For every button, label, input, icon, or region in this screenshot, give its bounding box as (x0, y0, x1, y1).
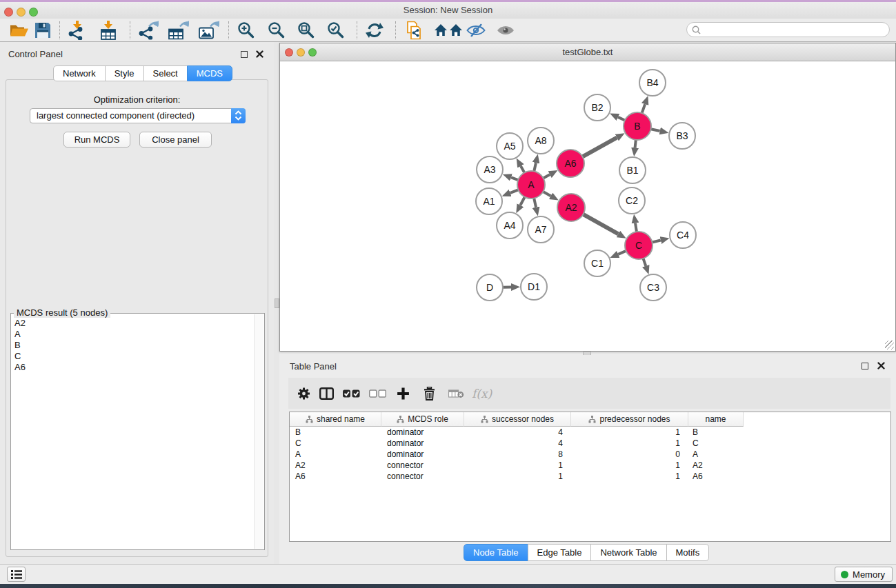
cell-mcds_role[interactable]: dominator (381, 427, 464, 438)
graph-edge-B-B2[interactable] (618, 117, 625, 121)
cell-name[interactable]: A6 (688, 471, 744, 482)
mcds-result-item[interactable]: A6 (13, 362, 254, 373)
search-field[interactable] (686, 22, 890, 37)
graph-edge-A-A1[interactable] (510, 190, 519, 193)
graph-node-D1[interactable]: D1 (521, 274, 547, 300)
zoom-selected-button[interactable] (327, 21, 345, 39)
cell-name[interactable]: A2 (688, 460, 744, 471)
graph-edge-B-B1[interactable] (635, 140, 636, 148)
tab-edge-table[interactable]: Edge Table (528, 544, 592, 561)
cell-predecessor_nodes[interactable]: 0 (571, 449, 688, 460)
mcds-result-scrollbar[interactable] (254, 314, 263, 549)
graph-node-A1[interactable]: A1 (476, 188, 502, 214)
graph-edge-A-A3[interactable] (511, 177, 518, 180)
vertical-split-divider[interactable] (274, 42, 279, 564)
graph-edge-A-A5[interactable] (521, 166, 524, 173)
cell-successor_nodes[interactable]: 4 (464, 427, 571, 438)
export-image-button[interactable] (199, 21, 219, 39)
hide-details-button[interactable] (466, 23, 486, 37)
mcds-result-item[interactable]: B (13, 340, 254, 351)
clone-network-button[interactable] (406, 21, 424, 39)
show-task-history-button[interactable] (7, 567, 26, 582)
open-session-button[interactable] (10, 22, 29, 38)
cell-name[interactable]: B (688, 427, 744, 438)
graph-node-C1[interactable]: C1 (584, 250, 610, 276)
graph-node-A5[interactable]: A5 (497, 133, 523, 159)
graph-edge-A2-C[interactable] (583, 214, 618, 234)
cell-mcds_role[interactable]: connector (381, 471, 464, 482)
save-session-button[interactable] (34, 22, 51, 39)
graph-edge-A-A7[interactable] (534, 199, 536, 207)
cell-predecessor_nodes[interactable]: 1 (571, 438, 688, 449)
graph-edge-C-C1[interactable] (618, 251, 626, 254)
graph-node-A6[interactable]: A6 (557, 150, 584, 177)
import-network-button[interactable] (68, 21, 86, 40)
cell-shared_name[interactable]: A2 (290, 460, 381, 471)
graph-node-A4[interactable]: A4 (497, 212, 523, 239)
run-mcds-button[interactable]: Run MCDS (63, 132, 130, 148)
column-header-name[interactable]: name (688, 412, 744, 427)
graph-node-A7[interactable]: A7 (528, 216, 554, 243)
cell-shared_name[interactable]: A6 (290, 471, 381, 482)
memory-status-button[interactable]: Memory (835, 567, 893, 582)
tab-node-table[interactable]: Node Table (464, 544, 528, 561)
export-table-button[interactable] (168, 21, 189, 39)
cell-name[interactable]: C (688, 438, 744, 449)
table-settings-button[interactable] (297, 387, 310, 400)
cell-successor_nodes[interactable]: 1 (464, 471, 571, 482)
graph-node-A3[interactable]: A3 (477, 156, 503, 183)
graph-edge-B-B4[interactable] (642, 104, 646, 113)
cell-mcds_role[interactable]: dominator (381, 438, 464, 449)
graph-node-B3[interactable]: B3 (669, 123, 695, 149)
mcds-result-item[interactable]: A (13, 329, 254, 340)
column-header-successor-nodes[interactable]: successor nodes (464, 412, 571, 427)
search-input[interactable] (704, 23, 886, 37)
graph-node-C4[interactable]: C4 (670, 222, 696, 248)
export-network-button[interactable] (138, 21, 159, 39)
zoom-fit-button[interactable] (297, 21, 315, 39)
resize-grip[interactable] (885, 341, 894, 349)
graph-node-C[interactable]: C (625, 232, 653, 259)
cell-predecessor_nodes[interactable]: 1 (571, 427, 688, 438)
cell-name[interactable]: A (688, 449, 744, 460)
refresh-view-button[interactable] (366, 21, 384, 39)
network-canvas[interactable]: B4B2BB3A8A5A6A3B1AA1C2A2A4A7C4CC1C3DD1 (280, 61, 895, 351)
graph-edge-A-A2[interactable] (543, 192, 550, 196)
zoom-out-button[interactable] (268, 21, 286, 39)
close-panel-button[interactable] (256, 50, 263, 58)
column-header-mcds-role[interactable]: MCDS role (381, 412, 464, 427)
graph-edge-C-C3[interactable] (644, 258, 646, 266)
cell-shared_name[interactable]: A (290, 449, 381, 460)
cell-successor_nodes[interactable]: 8 (464, 449, 571, 460)
cell-mcds_role[interactable]: dominator (381, 449, 464, 460)
zoom-in-button[interactable] (237, 21, 255, 39)
show-column-browser-button[interactable] (319, 387, 334, 400)
tab-select[interactable]: Select (143, 65, 188, 81)
tab-mcds[interactable]: MCDS (187, 65, 232, 81)
graph-node-A8[interactable]: A8 (528, 128, 554, 154)
graph-node-B4[interactable]: B4 (639, 70, 666, 96)
graph-node-A2[interactable]: A2 (557, 194, 585, 221)
float-table-panel-button[interactable] (862, 363, 868, 369)
cell-successor_nodes[interactable]: 1 (464, 460, 571, 471)
cell-mcds_role[interactable]: connector (381, 460, 464, 471)
cell-successor_nodes[interactable]: 4 (464, 438, 571, 449)
graph-edge-B-B3[interactable] (651, 129, 660, 131)
mcds-result-item[interactable]: A2 (13, 318, 254, 329)
close-table-panel-button[interactable] (877, 362, 885, 369)
optimization-criterion-select[interactable]: largest connected component (directed) (30, 108, 246, 123)
graph-edge-C-C4[interactable] (652, 241, 660, 243)
show-details-button[interactable] (497, 25, 515, 36)
cell-predecessor_nodes[interactable]: 1 (571, 471, 688, 482)
import-table-button[interactable] (99, 21, 117, 40)
column-header-predecessor-nodes[interactable]: predecessor nodes (571, 412, 688, 427)
divider-handle[interactable] (275, 298, 279, 308)
cell-shared_name[interactable]: C (290, 438, 381, 449)
graph-edge-A6-B[interactable] (582, 138, 617, 157)
unselect-all-columns-button[interactable] (369, 389, 386, 398)
graph-edge-C-C2[interactable] (635, 223, 637, 232)
close-panel-action-button[interactable]: Close panel (139, 132, 212, 148)
graph-node-B1[interactable]: B1 (619, 157, 646, 183)
network-graph[interactable]: B4B2BB3A8A5A6A3B1AA1C2A2A4A7C4CC1C3DD1 (280, 61, 895, 351)
tab-motifs[interactable]: Motifs (666, 544, 710, 561)
